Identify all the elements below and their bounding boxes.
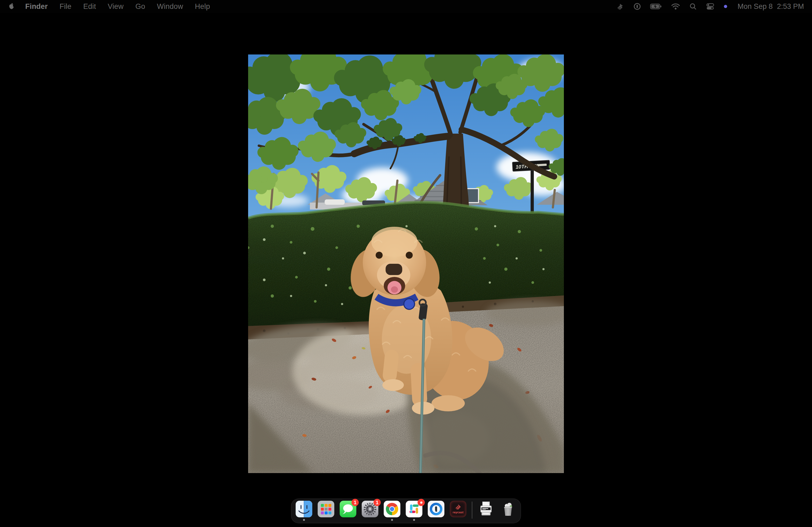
- dock-divider: [472, 501, 472, 519]
- focus-indicator-dot[interactable]: [724, 4, 727, 8]
- finder-icon: [296, 501, 312, 517]
- spotlight-search-icon[interactable]: [689, 3, 697, 10]
- running-indicator: [391, 519, 393, 521]
- menu-go[interactable]: Go: [135, 2, 145, 11]
- menu-app-finder[interactable]: Finder: [25, 2, 48, 11]
- dock-item-messages[interactable]: 1: [340, 501, 356, 522]
- photo-illustration: 10TH TER: [248, 55, 564, 473]
- collar-tag: [404, 299, 415, 310]
- dock-item-system-settings[interactable]: 1: [362, 501, 378, 522]
- launchpad-icon: [318, 501, 334, 517]
- control-center-icon[interactable]: [706, 3, 714, 10]
- 1password-icon: [428, 501, 445, 517]
- menu-help[interactable]: Help: [195, 2, 210, 11]
- raycast-logo-glyph: [455, 504, 461, 510]
- notification-badge: 1: [351, 499, 359, 506]
- trash-full-icon: [500, 501, 516, 517]
- raycast-label: raycast: [453, 511, 464, 514]
- battery-charging-icon[interactable]: [650, 3, 662, 10]
- dock-item-slack[interactable]: [406, 501, 422, 522]
- chrome-icon: [384, 501, 400, 517]
- menu-view[interactable]: View: [108, 2, 124, 11]
- dock-item-raycast[interactable]: raycast: [450, 501, 466, 522]
- menubar-clock[interactable]: Mon Sep 8 2:53 PM: [738, 2, 804, 11]
- menubar-time: 2:53 PM: [777, 2, 804, 11]
- running-indicator: [413, 519, 415, 521]
- dock-item-launchpad[interactable]: [318, 501, 334, 522]
- notification-badge: 1: [374, 499, 381, 506]
- dock-item-chrome[interactable]: [384, 501, 400, 522]
- notification-badge-dot: [418, 499, 425, 506]
- menubar-date: Mon Sep 8: [738, 2, 773, 11]
- printer-icon: [478, 501, 494, 517]
- menu-window[interactable]: Window: [157, 2, 183, 11]
- menu-file[interactable]: File: [60, 2, 71, 11]
- dock-item-trash[interactable]: [500, 501, 516, 522]
- dock-item-1password[interactable]: [428, 501, 445, 522]
- wifi-icon[interactable]: [671, 3, 680, 10]
- dock: 1 1: [291, 499, 521, 523]
- dock-item-printer[interactable]: [478, 501, 494, 522]
- menu-bar: Finder File Edit View Go Window Help: [0, 0, 812, 13]
- raycast-icon: raycast: [450, 501, 466, 517]
- cursor-icon[interactable]: [616, 2, 624, 11]
- menu-edit[interactable]: Edit: [83, 2, 96, 11]
- desktop-photo: 10TH TER: [248, 55, 564, 473]
- dock-item-finder[interactable]: [296, 501, 312, 522]
- running-indicator: [303, 519, 305, 521]
- onepassword-menu-icon[interactable]: [634, 3, 641, 10]
- apple-menu-icon[interactable]: [8, 3, 15, 10]
